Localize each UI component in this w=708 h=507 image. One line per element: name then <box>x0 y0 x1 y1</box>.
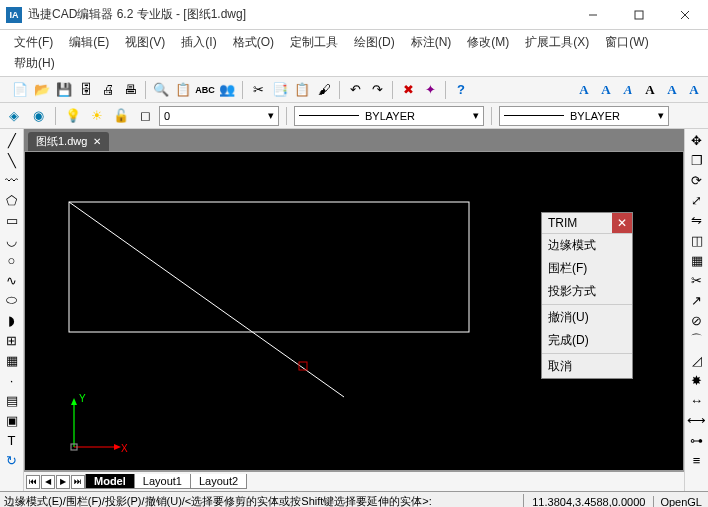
layer-color-icon[interactable]: ◻ <box>135 106 155 126</box>
insert-block-icon[interactable]: ⊞ <box>2 331 22 349</box>
erase-icon[interactable]: ✖ <box>398 80 418 100</box>
context-item-fence[interactable]: 围栏(F) <box>542 257 632 280</box>
text-tool-5[interactable]: A <box>662 80 682 100</box>
saveall-icon[interactable]: 🗄 <box>76 80 96 100</box>
menu-expand-tools[interactable]: 扩展工具(X) <box>517 32 597 53</box>
maximize-button[interactable] <box>616 0 662 30</box>
rectangle-icon[interactable]: ▭ <box>2 211 22 229</box>
layout-tab-layout1[interactable]: Layout1 <box>134 474 191 489</box>
menu-help[interactable]: 帮助(H) <box>6 53 63 74</box>
context-item-projection[interactable]: 投影方式 <box>542 280 632 303</box>
print-icon[interactable]: 🖨 <box>98 80 118 100</box>
join-icon[interactable]: ⊶ <box>687 431 707 449</box>
circle-icon[interactable]: ○ <box>2 251 22 269</box>
ellipse-icon[interactable]: ⬭ <box>2 291 22 309</box>
point-icon[interactable]: · <box>2 371 22 389</box>
layout-nav-prev[interactable]: ◀ <box>41 475 55 489</box>
lengthen-icon[interactable]: ⟷ <box>687 411 707 429</box>
spline-icon[interactable]: ∿ <box>2 271 22 289</box>
break-icon[interactable]: ⊘ <box>687 311 707 329</box>
command-prompt[interactable]: 边缘模式(E)/围栏(F)/投影(P)/撤销(U)/<选择要修剪的实体或按Shi… <box>0 494 524 507</box>
pline-icon[interactable]: 〰 <box>2 171 22 189</box>
menu-dimension[interactable]: 标注(N) <box>403 32 460 53</box>
doc-tab-close-icon[interactable]: ✕ <box>93 136 101 147</box>
text-tool-3[interactable]: A <box>618 80 638 100</box>
drawing-canvas[interactable]: Y X TRIM ✕ 边缘模式 围栏(F) 投影方式 撤消(U) 完成(D) <box>24 151 684 471</box>
find-icon[interactable]: 🔍 <box>151 80 171 100</box>
layer-states-icon[interactable]: ◉ <box>28 106 48 126</box>
layer-dropdown[interactable]: 0▾ <box>159 106 279 126</box>
make-block-icon[interactable]: ▦ <box>2 351 22 369</box>
array-icon[interactable]: ▦ <box>687 251 707 269</box>
menu-insert[interactable]: 插入(I) <box>173 32 224 53</box>
offset-icon[interactable]: ◫ <box>687 231 707 249</box>
sheet-icon[interactable]: 📋 <box>173 80 193 100</box>
menu-file[interactable]: 文件(F) <box>6 32 61 53</box>
paste-icon[interactable]: 📋 <box>292 80 312 100</box>
linetype-dropdown[interactable]: BYLAYER▾ <box>294 106 484 126</box>
context-item-edge-mode[interactable]: 边缘模式 <box>542 234 632 257</box>
context-menu-close-icon[interactable]: ✕ <box>612 213 632 233</box>
menu-modify[interactable]: 修改(M) <box>459 32 517 53</box>
close-button[interactable] <box>662 0 708 30</box>
scale-icon[interactable]: ⤢ <box>687 191 707 209</box>
mtext-icon[interactable]: T <box>2 431 22 449</box>
layer-on-icon[interactable]: 💡 <box>63 106 83 126</box>
open-icon[interactable]: 📂 <box>32 80 52 100</box>
menu-edit[interactable]: 编辑(E) <box>61 32 117 53</box>
layer-manager-icon[interactable]: ◈ <box>4 106 24 126</box>
stretch-icon[interactable]: ↔ <box>687 391 707 409</box>
text-tool-1[interactable]: A <box>574 80 594 100</box>
layout-nav-first[interactable]: ⏮ <box>26 475 40 489</box>
move-icon[interactable]: ✥ <box>687 131 707 149</box>
redo-icon[interactable]: ↷ <box>367 80 387 100</box>
layer-freeze-icon[interactable]: ☀ <box>87 106 107 126</box>
design-center-icon[interactable]: 👥 <box>217 80 237 100</box>
fillet-icon[interactable]: ⌒ <box>687 331 707 349</box>
region-icon[interactable]: ▣ <box>2 411 22 429</box>
help-icon[interactable]: ? <box>451 80 471 100</box>
ellipse-arc-icon[interactable]: ◗ <box>2 311 22 329</box>
menu-format[interactable]: 格式(O) <box>225 32 282 53</box>
lineweight-dropdown[interactable]: BYLAYER▾ <box>499 106 669 126</box>
copy-icon[interactable]: 📑 <box>270 80 290 100</box>
minimize-button[interactable] <box>570 0 616 30</box>
hatch-icon[interactable]: ▤ <box>2 391 22 409</box>
spell-icon[interactable]: ABC <box>195 80 215 100</box>
align-icon[interactable]: ≡ <box>687 451 707 469</box>
new-icon[interactable]: 📄 <box>10 80 30 100</box>
layer-lock-icon[interactable]: 🔓 <box>111 106 131 126</box>
context-item-undo[interactable]: 撤消(U) <box>542 306 632 329</box>
layout-nav-next[interactable]: ▶ <box>56 475 70 489</box>
text-tool-6[interactable]: A <box>684 80 704 100</box>
save-icon[interactable]: 💾 <box>54 80 74 100</box>
menu-custom-tools[interactable]: 定制工具 <box>282 32 346 53</box>
layout-nav-last[interactable]: ⏭ <box>71 475 85 489</box>
layout-tab-layout2[interactable]: Layout2 <box>190 474 247 489</box>
menu-draw[interactable]: 绘图(D) <box>346 32 403 53</box>
match-icon[interactable]: 🖌 <box>314 80 334 100</box>
print-preview-icon[interactable]: 🖶 <box>120 80 140 100</box>
menu-view[interactable]: 视图(V) <box>117 32 173 53</box>
doc-tab-active[interactable]: 图纸1.dwg ✕ <box>28 132 109 151</box>
text-tool-4[interactable]: A <box>640 80 660 100</box>
mirror-icon[interactable]: ⇋ <box>687 211 707 229</box>
refresh-icon[interactable]: ↻ <box>2 451 22 469</box>
layout-tab-model[interactable]: Model <box>85 474 135 489</box>
rotate-icon[interactable]: ⟳ <box>687 171 707 189</box>
line-icon[interactable]: ╱ <box>2 131 22 149</box>
trim-icon[interactable]: ✂ <box>687 271 707 289</box>
copy-obj-icon[interactable]: ❐ <box>687 151 707 169</box>
extend-icon[interactable]: ↗ <box>687 291 707 309</box>
context-item-done[interactable]: 完成(D) <box>542 329 632 352</box>
arc-icon[interactable]: ◡ <box>2 231 22 249</box>
text-tool-2[interactable]: A <box>596 80 616 100</box>
menu-window[interactable]: 窗口(W) <box>597 32 656 53</box>
context-item-cancel[interactable]: 取消 <box>542 355 632 378</box>
xline-icon[interactable]: ╲ <box>2 151 22 169</box>
undo-icon[interactable]: ↶ <box>345 80 365 100</box>
explode-icon[interactable]: ✸ <box>687 371 707 389</box>
chamfer-icon[interactable]: ◿ <box>687 351 707 369</box>
cut-icon[interactable]: ✂ <box>248 80 268 100</box>
polygon-icon[interactable]: ⬠ <box>2 191 22 209</box>
